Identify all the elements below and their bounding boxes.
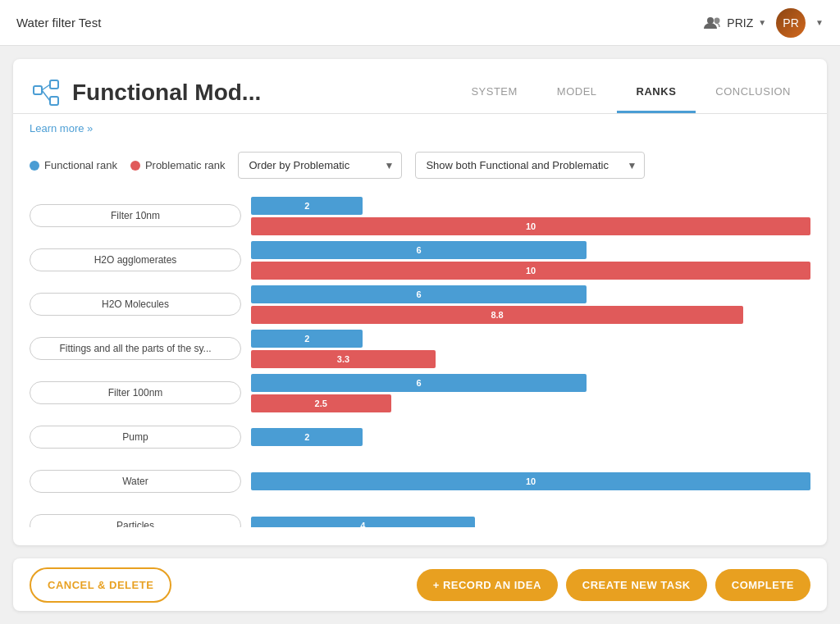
app-title: Water filter Test (16, 16, 101, 30)
problematic-bar: 10 (251, 217, 810, 235)
functional-bar: 4 (251, 517, 475, 527)
avatar[interactable]: PR (776, 8, 806, 38)
nav-right: PRIZ ▼ PR ▼ (704, 8, 824, 38)
chart-row: Fittings and all the parts of the sy...2… (30, 328, 810, 369)
bars-container: 10 (251, 472, 810, 490)
main-content: Functional Mod... SYSTEM MODEL RANKS CON… (13, 59, 827, 545)
chart-area: Filter 10nm210H2O agglomerates610H2O Mol… (13, 189, 827, 527)
svg-rect-3 (50, 80, 58, 89)
svg-point-0 (707, 17, 714, 24)
problematic-bar-value: 2.5 (315, 399, 327, 408)
functional-bar-value: 2 (304, 432, 309, 442)
functional-bar-value: 6 (417, 378, 422, 388)
problematic-bar-row: 10 (251, 262, 810, 280)
record-idea-button[interactable]: + RECORD AN IDEA (417, 569, 558, 601)
row-label: Filter 10nm (30, 204, 241, 227)
learn-more-row: Learn more » (13, 114, 827, 142)
problematic-bar-row: 8.8 (251, 306, 810, 324)
chart-row: H2O agglomerates610 (30, 239, 810, 280)
row-label: H2O Molecules (30, 293, 241, 316)
functional-bar-row: 6 (251, 285, 810, 303)
create-task-button[interactable]: CREATE NEW TASK (566, 569, 707, 601)
bars-container: 610 (251, 241, 810, 280)
legend-functional-label: Functional rank (44, 159, 117, 171)
problematic-bar: 8.8 (251, 306, 743, 324)
svg-rect-2 (34, 86, 42, 94)
user-name: PRIZ (727, 16, 753, 30)
functional-bar-row: 6 (251, 241, 810, 259)
learn-more-link[interactable]: Learn more » (30, 122, 93, 134)
functional-bar: 6 (251, 374, 587, 392)
user-chip[interactable]: PRIZ ▼ (704, 16, 766, 30)
dot-functional (30, 161, 39, 171)
chart-row: Filter 10nm210 (30, 195, 810, 236)
legend-problematic-label: Problematic rank (145, 159, 226, 171)
top-nav: Water filter Test PRIZ ▼ PR ▼ (0, 0, 840, 46)
row-label: Particles (30, 514, 241, 527)
row-label-wrapper: Filter 100nm (30, 381, 251, 404)
bars-container: 2 (251, 428, 810, 446)
row-label: H2O agglomerates (30, 248, 241, 271)
legend-functional: Functional rank (30, 159, 117, 171)
problematic-bar-row: 10 (251, 217, 810, 235)
problematic-bar-value: 8.8 (491, 310, 503, 320)
cancel-delete-button[interactable]: CANCEL & DELETE (30, 567, 171, 603)
svg-line-6 (42, 90, 50, 101)
svg-line-5 (42, 84, 50, 90)
functional-bar-value: 6 (417, 289, 422, 299)
problematic-bar-row: 3.3 (251, 350, 810, 368)
problematic-bar: 2.5 (251, 394, 391, 412)
tab-conclusion[interactable]: CONCLUSION (696, 72, 810, 113)
show-select[interactable]: Show both Functional and Problematic Sho… (415, 152, 645, 179)
svg-rect-4 (50, 97, 58, 105)
functional-bar-value: 2 (304, 334, 309, 344)
svg-point-1 (714, 17, 720, 23)
row-label: Fittings and all the parts of the sy... (30, 337, 241, 360)
legend-problematic: Problematic rank (130, 159, 226, 171)
complete-button[interactable]: COMPLETE (715, 569, 810, 601)
functional-bar-row: 10 (251, 472, 810, 490)
functional-bar: 2 (251, 428, 363, 446)
functional-bar-row: 2 (251, 197, 810, 215)
action-buttons: + RECORD AN IDEA CREATE NEW TASK COMPLET… (417, 569, 810, 601)
tabs: SYSTEM MODEL RANKS CONCLUSION (451, 72, 810, 113)
row-label: Filter 100nm (30, 381, 241, 404)
row-label-wrapper: Particles (30, 514, 251, 527)
tab-model[interactable]: MODEL (537, 72, 617, 113)
bars-container: 4 (251, 517, 810, 527)
problematic-bar-value: 10 (526, 266, 536, 276)
row-label-wrapper: H2O agglomerates (30, 248, 251, 271)
avatar-initials: PR (783, 16, 798, 30)
row-label-wrapper: Pump (30, 426, 251, 449)
functional-bar-row: 6 (251, 374, 810, 392)
problematic-bar-value: 3.3 (337, 354, 349, 364)
functional-bar-value: 2 (304, 201, 309, 211)
tab-system[interactable]: SYSTEM (451, 72, 536, 113)
functional-bar-value: 10 (526, 476, 536, 486)
page-icon (30, 76, 62, 109)
chart-row: Particles4 (30, 505, 810, 527)
order-select-wrapper: Order by Problematic Order by Functional… (238, 152, 402, 179)
tab-ranks[interactable]: RANKS (617, 72, 696, 113)
functional-bar-value: 6 (417, 245, 422, 255)
bottom-bar: CANCEL & DELETE + RECORD AN IDEA CREATE … (13, 558, 827, 611)
row-label-wrapper: H2O Molecules (30, 293, 251, 316)
filter-row: Functional rank Problematic rank Order b… (13, 142, 827, 189)
user-chevron: ▼ (758, 18, 766, 27)
content-header: Functional Mod... SYSTEM MODEL RANKS CON… (13, 59, 827, 114)
show-select-wrapper: Show both Functional and Problematic Sho… (415, 152, 645, 179)
row-label-wrapper: Water (30, 470, 251, 493)
row-label: Pump (30, 426, 241, 449)
functional-bar: 2 (251, 330, 363, 348)
problematic-bar: 10 (251, 262, 810, 280)
dot-problematic (130, 161, 140, 171)
page-title: Functional Mod... (72, 80, 261, 106)
functional-bar-row: 4 (251, 517, 810, 527)
functional-bar-value: 4 (360, 521, 365, 527)
functional-bar-row: 2 (251, 428, 810, 446)
chart-row: Pump2 (30, 417, 810, 458)
functional-bar: 2 (251, 197, 363, 215)
order-select[interactable]: Order by Problematic Order by Functional… (238, 152, 402, 179)
functional-bar: 6 (251, 285, 587, 303)
row-label-wrapper: Fittings and all the parts of the sy... (30, 337, 251, 360)
